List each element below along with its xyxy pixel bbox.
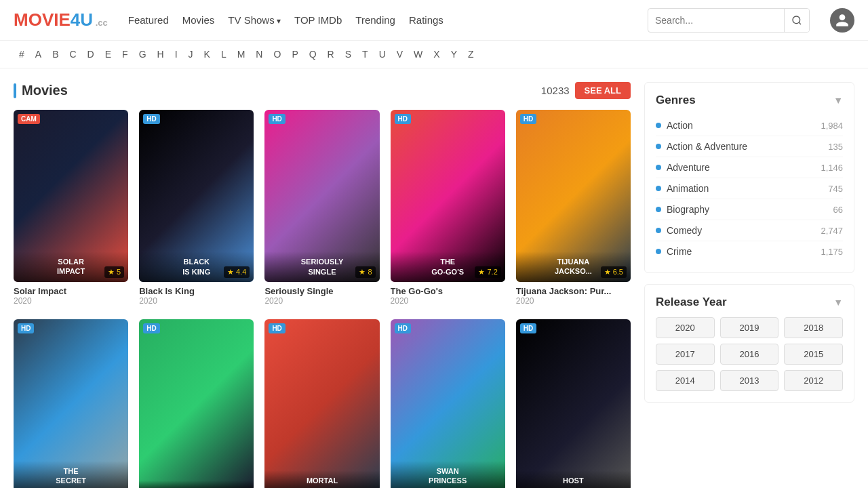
nav-featured[interactable]: Featured — [128, 14, 169, 26]
count-area: 10233 SEE ALL — [541, 82, 631, 99]
alpha-i[interactable]: I — [170, 46, 183, 62]
year-2017[interactable]: 2017 — [656, 344, 715, 365]
movie-poster-3: HD SERIOUSLYSINGLE ★ 8 — [264, 110, 379, 282]
search-area — [648, 8, 810, 33]
poster-text-7 — [139, 481, 254, 488]
alpha-y[interactable]: Y — [446, 46, 462, 62]
alpha-e[interactable]: E — [100, 46, 117, 62]
user-icon[interactable] — [830, 8, 854, 33]
movies-grid-row1: CAM SOLARIMPACT ★ 5 Solar Impact 2020 HD… — [14, 110, 631, 306]
alpha-a[interactable]: A — [30, 46, 47, 62]
alpha-r[interactable]: R — [322, 46, 340, 62]
movie-card-1[interactable]: CAM SOLARIMPACT ★ 5 Solar Impact 2020 — [14, 110, 128, 306]
alpha-f[interactable]: F — [117, 46, 134, 62]
alpha-m[interactable]: M — [232, 46, 251, 62]
movie-card-5[interactable]: HD TIJUANAJACKSO... ★ 6.5 Tijuana Jackso… — [516, 110, 631, 306]
year-2015[interactable]: 2015 — [784, 344, 843, 365]
alpha-w[interactable]: W — [408, 46, 428, 62]
alpha-t[interactable]: T — [357, 46, 374, 62]
badge-5: HD — [520, 114, 536, 124]
movie-poster-1: CAM SOLARIMPACT ★ 5 — [14, 110, 128, 282]
search-input[interactable] — [648, 15, 784, 26]
alpha-j[interactable]: J — [183, 46, 199, 62]
rating-3: ★ 8 — [355, 266, 375, 278]
alpha-n[interactable]: N — [250, 46, 268, 62]
year-2016[interactable]: 2016 — [720, 344, 779, 365]
genre-adventure[interactable]: Adventure 1,146 — [656, 157, 843, 178]
alpha-s[interactable]: S — [340, 46, 357, 62]
movie-card-9[interactable]: HD SWANPRINCESS The Swan Princess 2020 — [391, 319, 505, 488]
alpha-q[interactable]: Q — [304, 46, 322, 62]
year-2019[interactable]: 2019 — [720, 317, 779, 338]
year-2012[interactable]: 2012 — [784, 370, 843, 391]
alpha-h[interactable]: H — [152, 46, 170, 62]
alpha-b[interactable]: B — [47, 46, 64, 62]
movie-card-4[interactable]: HD THEGO-GO'S ★ 7.2 The Go-Go's 2020 — [391, 110, 505, 306]
alpha-x[interactable]: X — [428, 46, 445, 62]
genre-name-crime: Crime — [667, 246, 692, 257]
alpha-v[interactable]: V — [391, 46, 408, 62]
movie-poster-9: HD SWANPRINCESS — [391, 319, 505, 488]
genre-dot-action-adventure — [656, 144, 661, 149]
alpha-g[interactable]: G — [134, 46, 152, 62]
poster-text-9: SWANPRINCESS — [391, 461, 505, 488]
genres-chevron-icon: ▼ — [833, 95, 843, 106]
alpha-z[interactable]: Z — [462, 46, 479, 62]
genre-name-action: Action — [667, 120, 693, 131]
genre-dot-action — [656, 123, 661, 128]
movies-count: 10233 — [541, 85, 570, 96]
movie-card-2[interactable]: HD BLACKIS KING ★ 4.4 Black Is King 2020 — [139, 110, 254, 306]
search-button[interactable] — [784, 8, 809, 33]
nav-tvshows[interactable]: TV Shows — [228, 14, 281, 26]
badge-1: CAM — [18, 114, 40, 124]
alpha-l[interactable]: L — [216, 46, 232, 62]
genre-name-action-adventure: Action & Adventure — [667, 141, 747, 152]
genre-crime[interactable]: Crime 1,175 — [656, 241, 843, 262]
rating-4: ★ 7.2 — [475, 266, 500, 278]
release-year-chevron-icon: ▼ — [833, 297, 843, 308]
year-2014[interactable]: 2014 — [656, 370, 715, 391]
badge-8: HD — [269, 323, 285, 333]
movies-grid-row2: HD THESECRET The Secret 2020 HD HD MO — [14, 319, 631, 488]
genre-action[interactable]: Action 1,984 — [656, 115, 843, 136]
genre-action-adventure[interactable]: Action & Adventure 135 — [656, 136, 843, 157]
nav-trending[interactable]: Trending — [355, 14, 395, 26]
alpha-o[interactable]: O — [268, 46, 286, 62]
alpha-hash[interactable]: # — [14, 46, 30, 62]
genre-comedy[interactable]: Comedy 2,747 — [656, 220, 843, 241]
see-all-button[interactable]: SEE ALL — [575, 82, 631, 99]
alpha-u[interactable]: U — [374, 46, 391, 62]
movie-title-4: The Go-Go's — [391, 286, 505, 296]
genre-biography[interactable]: Biography 66 — [656, 199, 843, 220]
year-2013[interactable]: 2013 — [720, 370, 779, 391]
alpha-k[interactable]: K — [199, 46, 216, 62]
movie-title-1: Solar Impact — [14, 286, 128, 296]
genre-animation[interactable]: Animation 745 — [656, 178, 843, 199]
genre-name-adventure: Adventure — [667, 162, 710, 173]
movie-card-3[interactable]: HD SERIOUSLYSINGLE ★ 8 Seriously Single … — [264, 110, 379, 306]
genre-count-animation: 745 — [828, 184, 843, 194]
movies-section-header: Movies 10233 SEE ALL — [14, 82, 631, 99]
year-2020[interactable]: 2020 — [656, 317, 715, 338]
movie-card-10[interactable]: HD HOST Host 2020 — [516, 319, 631, 488]
movie-card-7[interactable]: HD — [139, 319, 254, 488]
year-2018[interactable]: 2018 — [784, 317, 843, 338]
release-year-section: Release Year ▼ 2020 2019 2018 2017 2016 … — [644, 284, 854, 403]
genre-count-action: 1,984 — [821, 121, 843, 131]
movie-poster-5: HD TIJUANAJACKSO... ★ 6.5 — [516, 110, 631, 282]
year-grid: 2020 2019 2018 2017 2016 2015 2014 2013 … — [656, 317, 843, 391]
alpha-p[interactable]: P — [286, 46, 303, 62]
movie-year-5: 2020 — [516, 296, 631, 306]
genre-count-comedy: 2,747 — [821, 226, 843, 236]
alpha-c[interactable]: C — [64, 46, 81, 62]
nav-ratings[interactable]: Ratings — [409, 14, 443, 26]
content-area: Movies 10233 SEE ALL CAM SOLARIMPACT ★ 5… — [14, 82, 631, 488]
alpha-d[interactable]: D — [82, 46, 100, 62]
nav-movies[interactable]: Movies — [182, 14, 215, 26]
movie-poster-4: HD THEGO-GO'S ★ 7.2 — [391, 110, 505, 282]
logo[interactable]: MOVIE4U .cc — [14, 9, 108, 30]
movie-card-6[interactable]: HD THESECRET The Secret 2020 — [14, 319, 128, 488]
nav-topimdb[interactable]: TOP IMDb — [294, 14, 342, 26]
movie-card-8[interactable]: HD MORTAL Mortal 2020 — [264, 319, 379, 488]
movie-year-4: 2020 — [391, 296, 505, 306]
